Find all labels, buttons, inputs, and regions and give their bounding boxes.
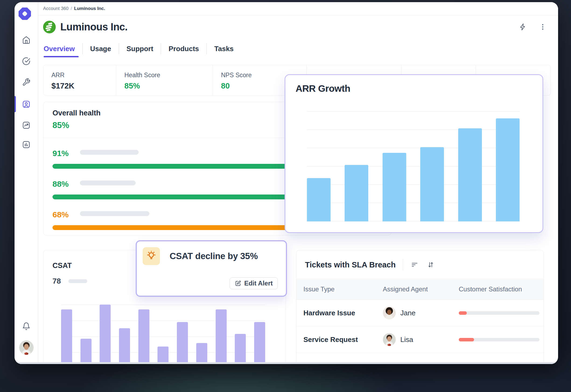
sidebar-item-tools[interactable] [19, 75, 34, 90]
chart-bar [100, 305, 111, 364]
user-avatar[interactable] [19, 340, 34, 355]
stat-cell-arr: ARR$172K [43, 65, 116, 95]
chart-bar [177, 322, 188, 364]
home-icon [22, 36, 30, 44]
agent-avatar [383, 333, 396, 346]
satisfaction-cell [459, 338, 544, 341]
metric-percentage: 88% [52, 180, 69, 188]
breadcrumb-separator: / [71, 6, 72, 11]
agent-avatar [383, 306, 396, 319]
chart-bar [254, 322, 265, 364]
chart-bar [458, 128, 482, 221]
skeleton-pill [80, 181, 136, 185]
lightbulb-icon [146, 251, 156, 262]
csat-bar-chart [61, 298, 265, 364]
divider [403, 259, 403, 271]
chart-bar [420, 147, 444, 221]
column-header[interactable]: Issue Type [303, 285, 383, 293]
table-row[interactable]: Hardware Issue Jane [296, 300, 544, 326]
chart-bar [80, 339, 92, 364]
sort-arrows-icon [427, 261, 435, 269]
table-header-row: Issue TypeAssigned AgentCustomer Satisfa… [296, 279, 544, 300]
insight-chip [143, 247, 160, 265]
edit-alert-label: Edit Alert [244, 280, 273, 287]
breadcrumb-section[interactable]: Account 360 [43, 6, 69, 11]
table-body: Hardware Issue JaneService Request Lisa [296, 300, 544, 353]
edit-alert-button[interactable]: Edit Alert [230, 277, 278, 289]
csat-value: 78 [52, 277, 61, 285]
sla-breach-title: Tickets with SLA Breach [305, 260, 396, 269]
tab-support[interactable]: Support [119, 40, 161, 57]
trend-chart-square-icon [22, 121, 30, 129]
skeleton-pill [80, 150, 139, 155]
chart-bar [196, 343, 207, 364]
quick-actions-button[interactable] [518, 22, 527, 31]
chart-bar [157, 347, 169, 364]
table-row[interactable]: Service Request Lisa [296, 326, 544, 353]
app-logo[interactable] [18, 7, 31, 20]
sidebar-item-accounts[interactable] [19, 97, 34, 112]
satisfaction-fill [459, 338, 474, 341]
arr-growth-bar-chart [307, 111, 520, 221]
edit-icon [235, 280, 241, 287]
breadcrumb-current: Luminous Inc. [74, 6, 105, 11]
filter-button[interactable] [410, 260, 419, 269]
sidebar-item-analytics[interactable] [19, 118, 34, 133]
arr-growth-card: ARR Growth [285, 74, 543, 233]
sla-breach-card: Tickets with SLA Breach Issue TypeAssign… [296, 250, 544, 364]
sort-button[interactable] [426, 260, 435, 269]
stat-value: $172K [51, 82, 116, 90]
stat-value: 85% [124, 82, 213, 90]
skeleton-pill [80, 211, 149, 216]
app-window: Account 360 / Luminous Inc. Luminous Inc… [15, 2, 558, 364]
octagon-logo-icon [18, 7, 31, 20]
more-options-button[interactable] [538, 22, 547, 31]
tabs: OverviewUsageSupportProductsTasks [43, 40, 241, 58]
column-header[interactable]: Assigned Agent [383, 285, 459, 293]
page-title: Luminous Inc. [60, 21, 128, 33]
satisfaction-fill [459, 311, 467, 315]
alert-title: CSAT decline by 35% [170, 251, 258, 261]
metric-percentage: 68% [52, 211, 69, 219]
chart-bar [61, 309, 72, 364]
wrench-icon [22, 78, 30, 86]
assigned-agent-cell: Jane [383, 306, 459, 319]
skeleton-pill [68, 279, 87, 283]
tab-products[interactable]: Products [161, 40, 206, 57]
user-square-icon [22, 100, 30, 108]
kebab-menu-icon [539, 23, 547, 31]
lightning-icon [519, 23, 527, 31]
satisfaction-track [459, 311, 540, 315]
chart-bar [216, 309, 227, 364]
chart-bar [496, 118, 520, 221]
stat-cell-health-score: Health Score85% [116, 65, 213, 95]
notifications-bell[interactable] [19, 319, 34, 334]
breadcrumb: Account 360 / Luminous Inc. [38, 2, 558, 15]
assigned-agent-cell: Lisa [383, 333, 459, 346]
check-circle-icon [22, 57, 30, 65]
bell-icon [22, 322, 30, 330]
tab-tasks[interactable]: Tasks [207, 40, 241, 57]
chart-bar [383, 153, 406, 221]
bar-chart-square-icon [22, 140, 30, 149]
satisfaction-cell [459, 311, 544, 315]
agent-name: Lisa [400, 336, 413, 344]
stat-label: Health Score [124, 72, 213, 79]
metric-percentage: 91% [52, 149, 69, 157]
filter-lines-icon [411, 261, 418, 269]
chart-bar [345, 165, 368, 221]
satisfaction-track [459, 338, 540, 341]
header-actions [518, 22, 550, 31]
tab-overview[interactable]: Overview [43, 40, 82, 57]
chart-bar [119, 328, 130, 364]
column-header[interactable]: Customer Satisfaction [459, 285, 544, 293]
sidebar-item-home[interactable] [19, 32, 34, 47]
tab-usage[interactable]: Usage [83, 40, 119, 57]
sidebar-item-tasks[interactable] [19, 54, 34, 69]
sidebar-item-reports[interactable] [19, 137, 34, 152]
company-logo-icon [43, 21, 56, 33]
chart-bar [307, 178, 331, 221]
sidebar [15, 2, 38, 364]
chart-bar [235, 334, 246, 364]
agent-name: Jane [400, 309, 415, 317]
